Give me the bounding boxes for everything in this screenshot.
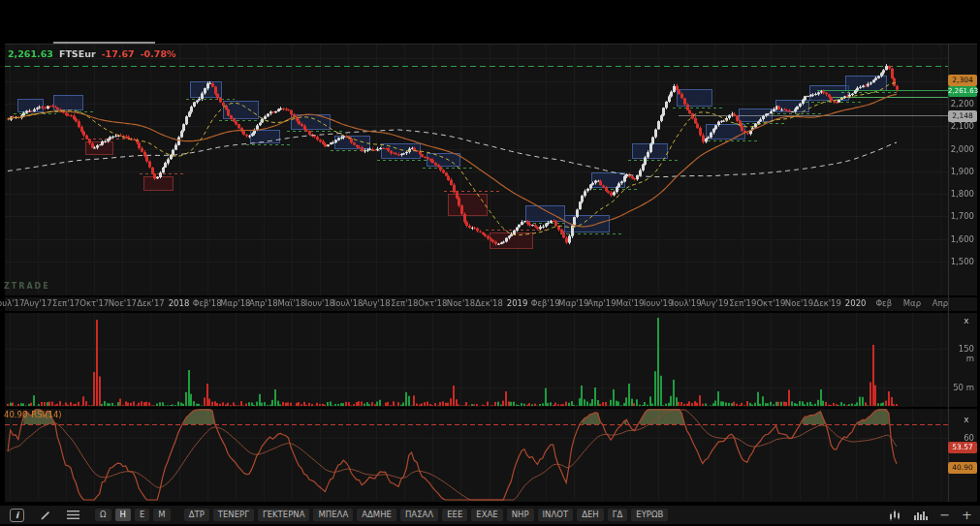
price-change-pct-text: -0.78%	[141, 48, 176, 59]
price-tick-1500: 1,500	[948, 257, 974, 266]
rsi-current-value: 40.90	[4, 410, 27, 419]
time-tick-26: Σεπ'19	[729, 298, 756, 308]
time-tick-22: Μαϊ'19	[616, 298, 644, 308]
level-price-badge: 2,148	[948, 110, 977, 122]
time-tick-3: Οκτ'17	[79, 298, 109, 308]
ticker-button-9[interactable]: ΙΝΛΟΤ	[538, 509, 574, 522]
zoom-out-button[interactable]: −	[939, 509, 950, 521]
rsi-value-badge: 40.90	[948, 462, 977, 474]
bottom-toolbar: i ΩΗΕΜ ΔΤΡΤΕΝΕΡΓΓΕΚΤΕΡΝΑΜΠΕΛΑΑΔΜΗΕΠΑΣΑΛΕ…	[0, 506, 980, 524]
ticker-button-7[interactable]: ΕΧΑΕ	[471, 509, 502, 522]
time-tick-11: Ιουν'18	[305, 298, 335, 308]
time-tick-10: Μαϊ'18	[277, 298, 305, 308]
ticker-button-11[interactable]: ΓΔ	[608, 509, 628, 522]
ticker-button-4[interactable]: ΑΔΜΗΕ	[357, 509, 396, 522]
time-tick-27: Οκτ'19	[756, 298, 785, 308]
time-tick-18: 2019	[507, 298, 528, 308]
time-tick-28: Νοε'19	[785, 298, 813, 308]
last-price-text: 2,261.63	[8, 48, 53, 59]
volume-axis-label-150m: 150 m	[948, 344, 974, 363]
rsi-signal-badge: 53.57	[948, 442, 977, 453]
ticker-button-6[interactable]: ΕΕΕ	[442, 509, 467, 522]
time-tick-9: Απρ'18	[249, 298, 277, 308]
alert-price-badge: 2,304	[948, 75, 977, 86]
time-tick-7: Φεβ'18	[193, 298, 222, 308]
ticker-button-8[interactable]: ΝΗΡ	[507, 509, 534, 522]
rsi-indicator-name: RSI(14)	[31, 410, 61, 419]
time-tick-2: Σεπ'17	[52, 298, 79, 308]
time-tick-8: Μαρ'18	[220, 298, 251, 308]
rsi-indicator-label: 40.90 RSI(14)	[4, 410, 62, 419]
price-tick-2200: 2,200	[948, 99, 974, 108]
time-tick-0: Ιουλ'17	[0, 298, 24, 308]
timeframe-button-3[interactable]: Μ	[153, 509, 170, 522]
draw-pencil-icon[interactable]	[40, 510, 51, 521]
time-tick-21: Απρ'19	[587, 298, 616, 308]
time-tick-31: Φεβ	[875, 298, 892, 308]
last-price-badge: 2,261.63	[948, 86, 977, 97]
time-tick-15: Οκτ'18	[418, 298, 447, 308]
time-tick-24: Ιουλ'19	[672, 298, 702, 308]
volume-toggle-icon[interactable]	[914, 510, 928, 521]
time-tick-25: Αυγ'19	[701, 298, 729, 308]
price-tick-2000: 2,000	[948, 144, 974, 154]
volume-pane-close-button[interactable]: x	[961, 316, 972, 325]
time-tick-29: Δεκ'19	[813, 298, 841, 308]
time-tick-33: Απρ	[933, 298, 948, 308]
time-tick-5: Δεκ'17	[137, 298, 165, 308]
ticker-button-5[interactable]: ΠΑΣΑΛ	[400, 509, 438, 522]
ticker-button-1[interactable]: ΤΕΝΕΡΓ	[213, 509, 254, 522]
ticker-button-10[interactable]: ΔΕΗ	[577, 509, 604, 522]
ticker-button-2[interactable]: ΓΕΚΤΕΡΝΑ	[258, 509, 310, 522]
time-tick-23: Ιουν'19	[644, 298, 674, 308]
price-change-text: -17.67	[102, 48, 135, 59]
time-tick-17: Δεκ'18	[475, 298, 503, 308]
time-tick-32: Μαρ	[903, 298, 921, 308]
ticker-button-3[interactable]: ΜΠΕΛΑ	[313, 509, 353, 522]
price-tick-1600: 1,600	[948, 234, 974, 244]
time-tick-13: Αυγ'18	[363, 298, 391, 308]
time-tick-4: Νοε'17	[109, 298, 137, 308]
watchlist-icon[interactable]	[67, 510, 79, 520]
volume-axis-label-50m: 50 m	[948, 383, 974, 392]
timeframe-button-0[interactable]: Ω	[95, 509, 111, 522]
time-axis: Ιουλ'17Αυγ'17Σεπ'17Οκτ'17Νοε'17Δεκ'17201…	[0, 0, 948, 526]
timeframe-button-1[interactable]: Η	[115, 509, 131, 522]
time-tick-19: Φεβ'19	[531, 298, 560, 308]
zoom-in-button[interactable]: +	[962, 509, 972, 521]
time-tick-12: Ιουλ'18	[333, 298, 364, 308]
price-tick-2100: 2,100	[948, 121, 974, 131]
price-tick-1700: 1,700	[948, 211, 974, 221]
toolbar-right-group: − +	[889, 506, 972, 524]
symbol-info-bar: 2,261.63 FTSEur -17.67 -0.78%	[8, 48, 176, 59]
info-button[interactable]: i	[10, 509, 24, 522]
ticker-button-0[interactable]: ΔΤΡ	[184, 509, 209, 522]
time-tick-30: 2020	[845, 298, 867, 308]
symbol-name: FTSEur	[59, 48, 96, 59]
trading-app-window: 2,261.63 FTSEur -17.67 -0.78% ZTRADE 2,2…	[0, 0, 980, 526]
time-tick-6: 2018	[169, 298, 190, 308]
time-tick-20: Μαρ'19	[558, 298, 589, 308]
timeframe-button-2[interactable]: Ε	[135, 509, 149, 522]
time-tick-14: Σεπ'18	[391, 298, 418, 308]
time-tick-1: Αυγ'17	[24, 298, 52, 308]
chart-style-icon[interactable]	[889, 510, 902, 521]
ticker-button-12[interactable]: ΕΥΡΩΒ	[631, 509, 668, 522]
rsi-pane-close-button[interactable]: x	[961, 415, 972, 424]
price-tick-1800: 1,800	[948, 189, 974, 199]
time-tick-16: Νοε'18	[447, 298, 475, 308]
price-tick-1900: 1,900	[948, 167, 974, 176]
